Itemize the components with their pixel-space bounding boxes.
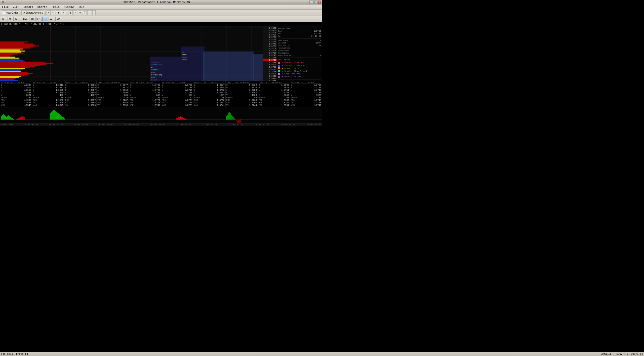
tf-m15[interactable]: M15 [14,17,21,21]
svg-rect-213 [234,118,235,120]
svg-rect-38 [0,61,25,62]
price-tick: 1.3710 [263,70,277,73]
svg-rect-193 [176,118,177,120]
menu-file[interactable]: File [1,5,10,9]
price-tick: 1.3725 [263,64,277,66]
text-button[interactable]: T [83,10,87,15]
chart-label: EURUSD,M30 1.3730 1.3730 1.3730 1.3736 [0,22,322,26]
svg-rect-160 [8,115,9,120]
time-label: 6 Dec 10:30 [25,123,38,126]
rp-volumeN: VolumeN 28TF [278,42,321,44]
minimize-button[interactable]: _ [309,1,313,4]
window-controls[interactable]: _ □ ✕ [309,1,321,4]
svg-rect-211 [232,116,233,120]
price-tick: 1.3795 [263,31,277,34]
svg-text:ABCDE: ABCDE [151,72,155,73]
svg-rect-50 [0,73,33,74]
time-label: 9 Dec 11:30 [74,123,88,126]
time-label: 9 Dec 23:30 [99,123,112,126]
time-label: 8 Dec 2013 [1,123,13,126]
fib-button[interactable]: ≋ [78,10,82,15]
tf-m1[interactable]: M1 [1,17,7,21]
svg-rect-20 [0,42,24,43]
window-title: 1901501: MetaTrader 4 Admiral Markets AS [4,1,309,4]
menu-charts[interactable]: Charts [36,5,48,9]
svg-rect-184 [57,113,58,120]
stat-col-2: 2013.12.04 17:00 M5 O1.3805 H1.3805 L1.3… [64,81,97,107]
svg-rect-51 [0,74,29,75]
price-tick: 1.3730 [263,61,277,64]
zoom-in-button[interactable]: + [47,10,51,15]
price-tick: 1.3785 [263,36,277,38]
price-tick: 1.3770 [263,43,277,45]
svg-rect-165 [13,119,14,120]
new-order-icon: 📄 [2,11,5,14]
menu-view[interactable]: View [12,5,20,9]
menu-help[interactable]: Help [77,5,85,9]
chart-symbol-label: EURUSD,M30 1.3730 1.3730 1.3730 1.3736 [1,23,64,26]
chart-scroll-right[interactable]: ► [61,10,66,15]
svg-rect-182 [55,111,56,120]
svg-rect-44 [0,67,30,68]
svg-rect-218 [239,120,240,123]
svg-rect-19 [0,41,28,42]
arrow-button[interactable]: ↗ [87,10,92,15]
svg-rect-177 [50,113,51,120]
svg-text:MNBTDF: MNBTDF [182,54,187,56]
tf-mn[interactable]: MN [55,17,62,21]
time-axis: 8 Dec 2013 6 Dec 10:30 9 Dec 04:30 9 Dec… [0,123,322,126]
tf-d1[interactable]: D1 [42,17,48,21]
line-button[interactable]: ╱ [73,10,77,15]
menu-insert[interactable]: Insert [22,5,34,9]
close-button[interactable]: ✕ [317,1,321,4]
svg-rect-33 [0,56,10,57]
svg-text:CDFGHIJKLABPQ: CDFGHIJKLABPQ [151,74,162,76]
new-order-button[interactable]: 📄 New Order [1,10,19,15]
svg-rect-35 [0,58,19,59]
period-separator-button[interactable]: | [92,10,96,15]
svg-rect-25 [0,48,30,49]
rp-spread-row: Spr 0: 00:00 [278,35,321,37]
svg-rect-53 [0,76,21,77]
svg-rect-188 [61,116,62,120]
toolbar-2: M1 M5 M15 M30 H1 H4 D1 W1 MN [0,16,322,22]
svg-rect-190 [63,117,64,120]
zoom-out-button[interactable]: − [51,10,55,15]
price-tick: 1.3765 [263,45,277,47]
chart-container[interactable]: F C M AEFGH ABCDE BFKLMN AHNOP ABHJM RST… [0,26,277,81]
svg-rect-163 [11,118,12,120]
svg-rect-162 [10,117,11,120]
rp-ask-row: Ask 1.3736 [278,32,321,35]
time-label: 9 Dec 04:30 [50,123,63,126]
tf-w1[interactable]: W1 [49,17,55,21]
menu-tools[interactable]: Tools [50,5,61,9]
crosshair-button[interactable]: ✛ [68,10,73,15]
svg-rect-186 [59,114,60,120]
svg-text:ABCDE: ABCDE [151,77,155,78]
stat-col-6: 2013.12.09 17:00 M5 O1.3387 H1.3764 L1.3… [193,81,226,107]
svg-rect-207 [228,113,229,120]
maximize-button[interactable]: □ [313,1,317,4]
time-label: 13 Dec 09:30 [280,123,295,126]
chart-scroll-left[interactable]: ◄ [56,10,61,15]
tf-h4[interactable]: H4 [36,17,42,21]
svg-rect-47 [0,70,20,71]
chart-svg: F C M AEFGH ABCDE BFKLMN AHNOP ABHJM RST… [0,26,277,81]
menu-window[interactable]: Window [63,5,75,9]
svg-rect-48 [0,71,21,72]
legend-title: VPr Legend [278,59,321,61]
tf-m5[interactable]: M5 [8,17,14,21]
time-label: 10 Dec 22:30 [150,123,165,126]
rp-rowheight: RowHeight [278,52,321,54]
oscillator-panel [0,107,322,123]
menu-bar: File View Insert Charts Tools Window Hel… [0,5,322,10]
expert-advisor-button[interactable]: ⚙ Expert Advisors [21,10,44,15]
svg-rect-42 [0,65,40,66]
toolbar-separator-3 [67,11,67,15]
svg-rect-154 [2,115,3,120]
svg-rect-157 [5,116,6,120]
svg-rect-23 [0,46,39,47]
toolbar-separator-2 [45,11,46,15]
tf-h1[interactable]: H1 [30,17,36,21]
tf-m30[interactable]: M30 [22,17,29,21]
